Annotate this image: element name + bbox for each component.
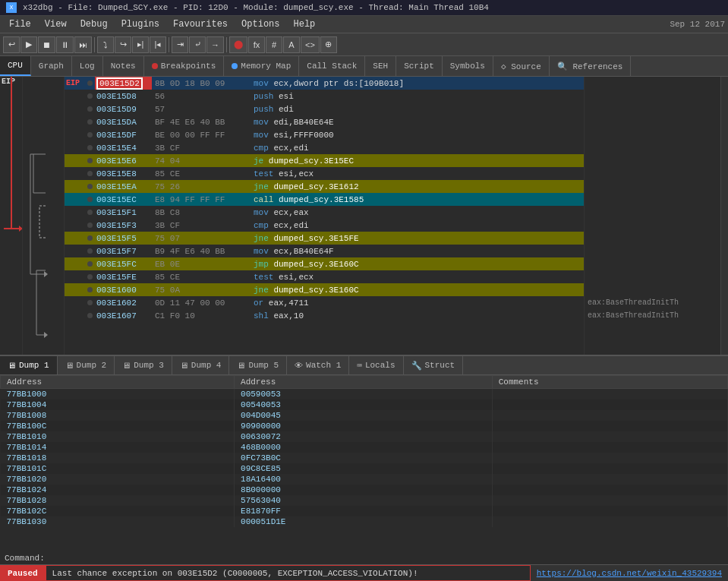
addr-cell[interactable]: 003E15EC bbox=[95, 193, 152, 206]
addr-cell[interactable]: 003E15DF bbox=[95, 128, 152, 141]
table-row[interactable]: 003E15EA75 26jne dumped_scy.3E1612 bbox=[65, 180, 584, 193]
table-row[interactable]: 77BB100C90900000 bbox=[1, 421, 728, 431]
tab-symbols[interactable]: Symbols bbox=[443, 56, 493, 76]
tab-source[interactable]: ◇ Source bbox=[493, 56, 550, 76]
toolbar-skip[interactable]: ⏭ bbox=[74, 36, 92, 53]
tab-references[interactable]: 🔍 References bbox=[550, 56, 632, 76]
addr-cell[interactable]: 003E15EA bbox=[95, 180, 152, 193]
menu-help[interactable]: Help bbox=[288, 17, 322, 31]
toolbar-restart[interactable]: ↩ bbox=[3, 36, 20, 53]
toolbar-run-to[interactable]: ⇥ bbox=[172, 36, 188, 53]
toolbar-run-sel[interactable]: ⤶ bbox=[189, 36, 206, 53]
table-row[interactable]: 77BB101C09C8CE85 bbox=[1, 463, 728, 474]
bp-cell[interactable] bbox=[86, 90, 95, 103]
bp-cell[interactable] bbox=[86, 193, 95, 206]
addr-cell[interactable]: 003E15FE bbox=[95, 270, 152, 283]
toolbar-font[interactable]: A bbox=[283, 36, 300, 53]
table-row[interactable]: 77BB102857563040 bbox=[1, 495, 728, 506]
tab-locals[interactable]: ⌨ Locals bbox=[349, 356, 403, 374]
table-row[interactable]: 003E15D856push esi bbox=[65, 90, 584, 103]
addr-cell[interactable]: 003E15D2 bbox=[95, 77, 152, 90]
tab-breakpoints[interactable]: Breakpoints bbox=[144, 56, 225, 76]
addr-cell[interactable]: 003E15E4 bbox=[95, 141, 152, 154]
bp-cell[interactable] bbox=[86, 219, 95, 232]
table-row[interactable]: 003E15ECE8 94 FF FF FFcall dumped_scy.3E… bbox=[65, 193, 584, 206]
toolbar-step-into[interactable]: ⤵ bbox=[97, 36, 114, 53]
table-row[interactable]: 77BB100000590053 bbox=[1, 389, 728, 400]
table-row[interactable]: 77BB100400540053 bbox=[1, 399, 728, 410]
status-url[interactable]: https://blog.csdn.net/weixin_43529394 bbox=[531, 567, 728, 579]
menu-favourites[interactable]: Favourites bbox=[167, 17, 234, 31]
table-row[interactable]: 77BB1008004D0045 bbox=[1, 410, 728, 421]
toolbar-stop[interactable]: ⏹ bbox=[38, 36, 55, 53]
bp-cell[interactable] bbox=[86, 103, 95, 115]
bp-cell[interactable] bbox=[86, 77, 95, 90]
addr-cell[interactable]: 003E1600 bbox=[95, 283, 152, 296]
toolbar-plugin[interactable]: ⊕ bbox=[320, 36, 337, 53]
tab-log[interactable]: Log bbox=[72, 56, 103, 76]
table-row[interactable]: 003E15FE85 CEtest esi,ecx bbox=[65, 270, 584, 283]
tab-notes[interactable]: Notes bbox=[103, 56, 144, 76]
addr-cell[interactable]: 003E15DA bbox=[95, 115, 152, 128]
table-row[interactable]: 77BB101000630072 bbox=[1, 431, 728, 442]
addr-cell[interactable]: 003E15F3 bbox=[95, 219, 152, 232]
toolbar-pause[interactable]: ⏸ bbox=[56, 36, 74, 53]
table-row[interactable]: 003E15DABF 4E E6 40 BBmov edi,BB40E64E bbox=[65, 115, 584, 128]
bp-cell[interactable] bbox=[86, 154, 95, 167]
toolbar-bp[interactable]: ⬤ bbox=[229, 36, 247, 53]
addr-cell[interactable]: 003E15F1 bbox=[95, 206, 152, 219]
addr-cell[interactable]: 003E1602 bbox=[95, 296, 152, 309]
tab-watch1[interactable]: 👁 Watch 1 bbox=[287, 356, 349, 374]
toolbar-step-out[interactable]: ▸| bbox=[132, 36, 149, 53]
disasm-content[interactable]: EIP003E15D28B 0D 18 B0 09mov ecx,dword p… bbox=[65, 77, 584, 355]
bp-cell[interactable] bbox=[86, 232, 95, 245]
toolbar-fx[interactable]: fx bbox=[248, 36, 265, 53]
toolbar-goto[interactable]: → bbox=[206, 36, 224, 53]
addr-cell[interactable]: 003E15FC bbox=[95, 257, 152, 270]
menu-file[interactable]: File bbox=[3, 17, 37, 31]
table-row[interactable]: 003E15F33B CFcmp ecx,edi bbox=[65, 219, 584, 232]
menu-view[interactable]: View bbox=[39, 17, 73, 31]
tab-graph[interactable]: Graph bbox=[31, 56, 72, 76]
bp-cell[interactable] bbox=[86, 180, 95, 193]
table-row[interactable]: 003E16020D 11 47 00 00or eax,4711 bbox=[65, 296, 584, 309]
addr-cell[interactable]: 003E15D8 bbox=[95, 90, 152, 103]
toolbar-back[interactable]: |◂ bbox=[150, 36, 166, 53]
addr-cell[interactable]: 003E1607 bbox=[95, 309, 152, 322]
tab-struct[interactable]: 🔧 Struct bbox=[404, 356, 464, 374]
table-row[interactable]: 77BB10180FC73B0C bbox=[1, 453, 728, 463]
table-row[interactable]: 003E15DFBE 00 00 FF FFmov esi,FFFF0000 bbox=[65, 128, 584, 141]
menu-debug[interactable]: Debug bbox=[74, 17, 114, 31]
table-row[interactable]: 003E15FCEB 0Ejmp dumped_scy.3E160C bbox=[65, 257, 584, 270]
bp-cell[interactable] bbox=[86, 141, 95, 154]
toolbar-step-over[interactable]: ↪ bbox=[115, 36, 131, 53]
bp-cell[interactable] bbox=[86, 167, 95, 180]
bp-cell[interactable] bbox=[86, 296, 95, 309]
table-row[interactable]: 003E15F575 07jne dumped_scy.3E15FE bbox=[65, 232, 584, 245]
menu-options[interactable]: Options bbox=[235, 17, 285, 31]
bp-cell[interactable] bbox=[86, 206, 95, 219]
menu-plugins[interactable]: Plugins bbox=[115, 17, 165, 31]
addr-cell[interactable]: 003E15D9 bbox=[95, 103, 152, 115]
table-row[interactable]: 003E15E674 04je dumped_scy.3E15EC bbox=[65, 154, 584, 167]
tab-memory-map[interactable]: Memory Map bbox=[224, 56, 299, 76]
memory-table-container[interactable]: Address Address Comments 77BB10000059005… bbox=[0, 375, 728, 552]
tab-seh[interactable]: SEH bbox=[365, 56, 396, 76]
bp-cell[interactable] bbox=[86, 257, 95, 270]
tab-cpu[interactable]: CPU bbox=[0, 56, 31, 76]
toolbar-run[interactable]: ▶ bbox=[20, 36, 37, 53]
addr-cell[interactable]: 003E15E6 bbox=[95, 154, 152, 167]
table-row[interactable]: 003E15F7B9 4F E6 40 BBmov ecx,BB40E64F bbox=[65, 245, 584, 257]
tab-call-stack[interactable]: Call Stack bbox=[299, 56, 365, 76]
bp-cell[interactable] bbox=[86, 115, 95, 128]
tab-dump4[interactable]: 🖥 Dump 4 bbox=[172, 356, 230, 374]
toolbar-hash[interactable]: # bbox=[266, 36, 282, 53]
table-row[interactable]: 003E15D957push edi bbox=[65, 103, 584, 115]
table-row[interactable]: EIP003E15D28B 0D 18 B0 09mov ecx,dword p… bbox=[65, 77, 584, 90]
addr-cell[interactable]: 003E15F5 bbox=[95, 232, 152, 245]
table-row[interactable]: 77BB102018A16400 bbox=[1, 474, 728, 485]
table-row[interactable]: 77BB1014468B0000 bbox=[1, 442, 728, 453]
bp-cell[interactable] bbox=[86, 270, 95, 283]
table-row[interactable]: 003E160075 0Ajne dumped_scy.3E160C bbox=[65, 283, 584, 296]
bp-cell[interactable] bbox=[86, 309, 95, 322]
